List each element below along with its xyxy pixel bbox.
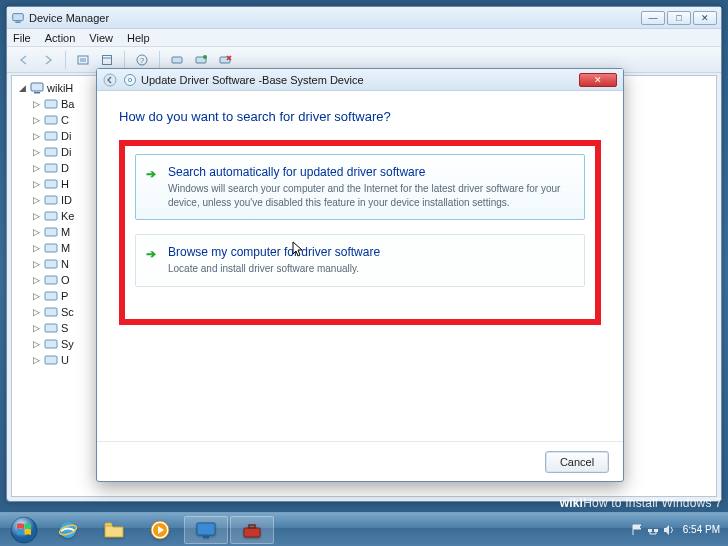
tree-expand-icon[interactable]: ▷ xyxy=(32,179,41,189)
tree-expand-icon[interactable]: ▷ xyxy=(32,99,41,109)
taskbar[interactable]: 6:54 PM xyxy=(0,512,728,546)
menu-file[interactable]: File xyxy=(13,32,31,44)
toolbar-back-button[interactable] xyxy=(13,50,35,70)
tree-item-label: M xyxy=(61,226,70,238)
tree-expand-icon[interactable]: ▷ xyxy=(32,227,41,237)
toolbar-scan-button[interactable] xyxy=(166,50,188,70)
option-browse-computer[interactable]: ➔ Browse my computer for driver software… xyxy=(135,234,585,287)
toolbar-separator xyxy=(65,51,66,69)
update-driver-wizard: Update Driver Software - Base System Dev… xyxy=(96,68,624,482)
window-close-button[interactable]: ✕ xyxy=(693,11,717,25)
cancel-button[interactable]: Cancel xyxy=(545,451,609,473)
volume-icon[interactable] xyxy=(663,524,675,536)
tree-item-label: Di xyxy=(61,146,71,158)
option-title: Search automatically for updated driver … xyxy=(168,165,572,179)
wizard-titlebar[interactable]: Update Driver Software - Base System Dev… xyxy=(97,69,623,91)
svg-rect-45 xyxy=(249,525,255,528)
svg-point-35 xyxy=(128,78,131,81)
taskbar-media-player[interactable] xyxy=(138,516,182,544)
flag-icon[interactable] xyxy=(631,524,643,536)
tree-collapse-icon[interactable]: ◢ xyxy=(18,83,27,93)
svg-rect-47 xyxy=(654,529,658,532)
wizard-body: How do you want to search for driver sof… xyxy=(97,91,623,441)
wizard-title-prefix: Update Driver Software - xyxy=(141,74,262,86)
tree-expand-icon[interactable]: ▷ xyxy=(32,147,41,157)
menu-action[interactable]: Action xyxy=(45,32,76,44)
toolbar-uninstall-button[interactable] xyxy=(214,50,236,70)
device-icon xyxy=(44,114,58,126)
watermark-brand: wiki xyxy=(560,496,583,510)
wizard-close-button[interactable]: ✕ xyxy=(579,73,617,87)
svg-rect-14 xyxy=(31,83,43,91)
tree-expand-icon[interactable]: ▷ xyxy=(32,131,41,141)
window-maximize-button[interactable]: □ xyxy=(667,11,691,25)
tree-item-label: D xyxy=(61,162,69,174)
tree-expand-icon[interactable]: ▷ xyxy=(32,291,41,301)
menu-help[interactable]: Help xyxy=(127,32,150,44)
wizard-question: How do you want to search for driver sof… xyxy=(119,109,601,124)
tree-item-label: O xyxy=(61,274,70,286)
svg-rect-26 xyxy=(45,260,57,268)
svg-rect-24 xyxy=(45,228,57,236)
taskbar-ie[interactable] xyxy=(46,516,90,544)
svg-rect-20 xyxy=(45,164,57,172)
tree-expand-icon[interactable]: ▷ xyxy=(32,115,41,125)
device-icon xyxy=(44,306,58,318)
svg-rect-15 xyxy=(34,92,40,94)
dm-title: Device Manager xyxy=(29,12,109,24)
window-minimize-button[interactable]: — xyxy=(641,11,665,25)
taskbar-app-2[interactable] xyxy=(230,516,274,544)
svg-point-10 xyxy=(203,55,207,59)
tree-item-label: Ba xyxy=(61,98,74,110)
tree-root-label: wikiH xyxy=(47,82,73,94)
wizard-footer: Cancel xyxy=(97,441,623,481)
svg-rect-19 xyxy=(45,148,57,156)
toolbar-help-button[interactable]: ? xyxy=(131,50,153,70)
svg-rect-27 xyxy=(45,276,57,284)
dm-titlebar[interactable]: Device Manager — □ ✕ xyxy=(7,7,721,29)
computer-icon xyxy=(30,82,44,94)
toolbar-show-hidden-button[interactable] xyxy=(72,50,94,70)
arrow-right-icon: ➔ xyxy=(146,167,156,181)
tree-expand-icon[interactable]: ▷ xyxy=(32,163,41,173)
tree-expand-icon[interactable]: ▷ xyxy=(32,307,41,317)
tree-expand-icon[interactable]: ▷ xyxy=(32,259,41,269)
device-icon xyxy=(44,210,58,222)
tree-expand-icon[interactable]: ▷ xyxy=(32,339,41,349)
svg-rect-23 xyxy=(45,212,57,220)
toolbar-update-button[interactable] xyxy=(190,50,212,70)
network-icon[interactable] xyxy=(647,524,659,536)
svg-rect-25 xyxy=(45,244,57,252)
option-title: Browse my computer for driver software xyxy=(168,245,572,259)
toolbar-forward-button[interactable] xyxy=(37,50,59,70)
device-icon xyxy=(44,162,58,174)
start-button[interactable] xyxy=(4,515,44,545)
tree-expand-icon[interactable]: ▷ xyxy=(32,355,41,365)
taskbar-app-1[interactable] xyxy=(184,516,228,544)
svg-rect-22 xyxy=(45,196,57,204)
svg-rect-4 xyxy=(103,55,112,64)
option-search-automatically[interactable]: ➔ Search automatically for updated drive… xyxy=(135,154,585,220)
svg-rect-30 xyxy=(45,324,57,332)
svg-point-33 xyxy=(104,74,116,86)
back-arrow-icon[interactable] xyxy=(103,73,117,87)
tree-item-label: Sc xyxy=(61,306,74,318)
svg-rect-17 xyxy=(45,116,57,124)
tree-expand-icon[interactable]: ▷ xyxy=(32,211,41,221)
tree-expand-icon[interactable]: ▷ xyxy=(32,243,41,253)
svg-rect-29 xyxy=(45,308,57,316)
tree-item-label: Di xyxy=(61,130,71,142)
taskbar-explorer[interactable] xyxy=(92,516,136,544)
device-icon xyxy=(44,194,58,206)
tree-expand-icon[interactable]: ▷ xyxy=(32,275,41,285)
menu-view[interactable]: View xyxy=(89,32,113,44)
tree-expand-icon[interactable]: ▷ xyxy=(32,195,41,205)
system-tray[interactable]: 6:54 PM xyxy=(631,524,724,536)
taskbar-clock[interactable]: 6:54 PM xyxy=(683,524,720,535)
clock-time: 6:54 PM xyxy=(683,524,720,535)
device-icon xyxy=(44,98,58,110)
tree-item-label: ID xyxy=(61,194,72,206)
toolbar-properties-button[interactable] xyxy=(96,50,118,70)
tree-expand-icon[interactable]: ▷ xyxy=(32,323,41,333)
device-icon xyxy=(44,274,58,286)
